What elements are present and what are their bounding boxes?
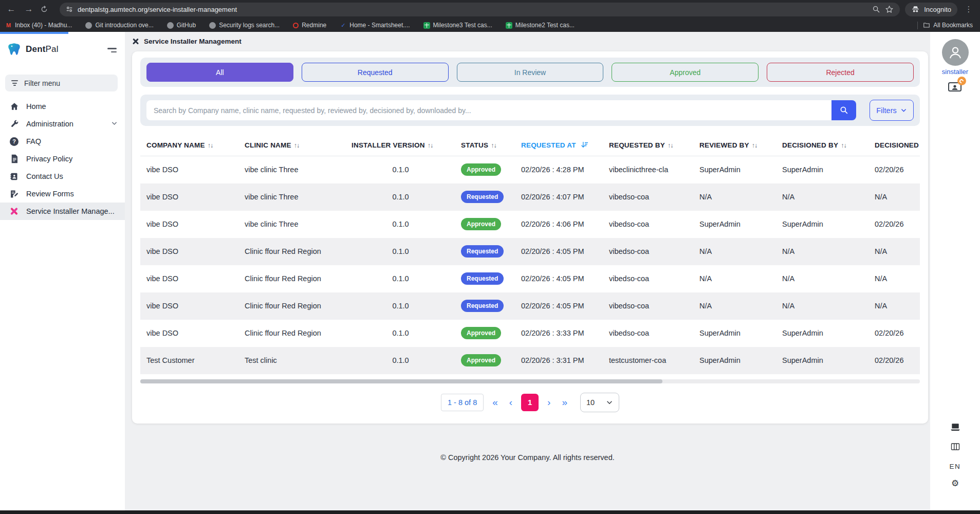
column-company-name[interactable]: COMPANY NAME↑↓: [140, 134, 238, 156]
incognito-icon: [911, 5, 920, 14]
column-requested-at[interactable]: REQUESTED AT: [515, 134, 603, 156]
search-button[interactable]: [831, 100, 856, 120]
forward-icon[interactable]: →: [23, 4, 35, 14]
bookmark-item[interactable]: Milestone2 Test cas...: [506, 22, 575, 29]
table-row[interactable]: vibe DSOClinic ffour Red Region0.1.0Appr…: [140, 320, 920, 347]
pagination-range: 1 - 8 of 8: [441, 394, 484, 411]
current-page-button[interactable]: 1: [521, 394, 539, 411]
tab-approved[interactable]: Approved: [612, 63, 759, 82]
cell-reviewed_by: SuperAdmin: [693, 347, 776, 374]
table-row[interactable]: vibe DSOClinic ffour Red Region0.1.0Requ…: [140, 265, 920, 292]
browser-menu-icon[interactable]: ⋮: [963, 5, 975, 14]
cell-decisioned_at: N/A: [868, 183, 920, 211]
column-installer-version[interactable]: INSTALLER VERSION↑↓: [345, 134, 455, 156]
bookmark-item[interactable]: Milestone3 Test cas...: [423, 22, 492, 29]
zoom-icon[interactable]: [872, 5, 880, 13]
bookmark-item[interactable]: Redmine: [293, 22, 326, 29]
bookmarks-bar: MInbox (40) - Madhu... Git introduction …: [0, 19, 980, 32]
bookmark-item[interactable]: ✓Home - Smartsheet....: [340, 22, 410, 29]
tab-rejected[interactable]: Rejected: [767, 63, 914, 82]
sidebar-item-faq[interactable]: ? FAQ: [0, 133, 125, 150]
column-requested-by[interactable]: REQUESTED BY↑↓: [603, 134, 693, 156]
tab-all[interactable]: All: [146, 63, 293, 82]
sidebar-item-privacy-policy[interactable]: Privacy Policy: [0, 150, 125, 168]
table-row[interactable]: vibe DSOClinic ffour Red Region0.1.0Requ…: [140, 292, 920, 320]
main-content: Service Installer Management All Request…: [125, 32, 930, 510]
column-decisioned-by[interactable]: DECISIONED BY↑↓: [776, 134, 868, 156]
cell-decisioned_at: N/A: [868, 292, 920, 320]
sidebar-collapse-icon[interactable]: [106, 46, 117, 52]
address-bar[interactable]: dentpalstg.aumtech.org/service-installer…: [60, 3, 900, 16]
column-clinic-name[interactable]: CLINIC NAME↑↓: [238, 134, 345, 156]
avatar[interactable]: [942, 39, 969, 66]
cell-clinic: Clinic ffour Red Region: [238, 320, 345, 347]
site-settings-icon[interactable]: [66, 6, 73, 13]
page-size-select[interactable]: 10: [580, 393, 619, 412]
columns-icon[interactable]: [951, 443, 960, 453]
search-input[interactable]: [146, 100, 831, 120]
sidebar-item-review-forms[interactable]: Review Forms: [0, 185, 125, 203]
document-icon: [9, 154, 19, 164]
cell-company: vibe DSO: [140, 320, 238, 347]
chevron-down-icon: [111, 120, 118, 128]
gear-icon[interactable]: ⚙: [951, 478, 959, 489]
last-page-button[interactable]: »: [559, 397, 570, 407]
cell-company: vibe DSO: [140, 292, 238, 320]
cell-clinic: Clinic ffour Red Region: [238, 292, 345, 320]
sidebar-item-home[interactable]: Home: [0, 98, 125, 115]
horizontal-scrollbar[interactable]: [140, 379, 920, 383]
tab-requested[interactable]: Requested: [302, 63, 449, 82]
all-bookmarks-button[interactable]: All Bookmarks: [923, 22, 973, 29]
sort-icon[interactable]: ↑↓: [752, 142, 757, 149]
table-row[interactable]: vibe DSOClinic ffour Red Region0.1.0Requ…: [140, 238, 920, 265]
scrollbar-thumb[interactable]: [140, 379, 662, 383]
bookmark-item[interactable]: MInbox (40) - Madhu...: [5, 22, 72, 29]
table-row[interactable]: vibe DSOvibe clinic Three0.1.0Requested0…: [140, 183, 920, 211]
previous-page-button[interactable]: ‹: [507, 397, 515, 407]
installer-table: COMPANY NAME↑↓ CLINIC NAME↑↓ INSTALLER V…: [140, 134, 920, 374]
username[interactable]: sinstaller: [930, 68, 980, 76]
sort-icon[interactable]: ↑↓: [668, 142, 673, 149]
sidebar-item-service-installer-management[interactable]: Service Installer Manage...: [0, 203, 125, 220]
cell-decisioned_by: SuperAdmin: [776, 320, 868, 347]
filters-button[interactable]: Filters: [870, 100, 914, 121]
sidebar-item-administration[interactable]: Administration: [0, 115, 125, 133]
bookmark-item[interactable]: Git introduction ove...: [85, 22, 153, 29]
column-decisioned-at[interactable]: DECISIONED AT↑↓: [868, 134, 920, 156]
table-header-row: COMPANY NAME↑↓ CLINIC NAME↑↓ INSTALLER V…: [140, 134, 920, 156]
sort-icon[interactable]: ↑↓: [208, 142, 213, 149]
column-reviewed-by[interactable]: REVIEWED BY↑↓: [693, 134, 776, 156]
first-page-button[interactable]: «: [490, 397, 501, 407]
column-status[interactable]: STATUS↑↓: [455, 134, 515, 156]
sidebar: DentPal Filter menu Home Administration …: [0, 32, 125, 510]
language-selector[interactable]: EN: [950, 463, 961, 470]
sort-icon[interactable]: ↑↓: [294, 142, 300, 149]
cell-version: 0.1.0: [345, 156, 455, 183]
bookmark-item[interactable]: Security logs search...: [209, 22, 280, 29]
monitor-icon[interactable]: [950, 423, 960, 433]
table-row[interactable]: Test CustomerTest clinic0.1.0Approved02/…: [140, 347, 920, 374]
cell-requested_by: vibedso-coa: [603, 265, 693, 292]
bookmark-item[interactable]: GitHub: [167, 22, 196, 29]
reload-icon[interactable]: [40, 5, 52, 13]
cell-requested_at: 02/20/26 : 4:07 PM: [515, 183, 603, 211]
sort-icon[interactable]: ↑↓: [841, 142, 846, 149]
sort-icon[interactable]: ↑↓: [491, 142, 496, 149]
cell-version: 0.1.0: [345, 211, 455, 238]
status-badge: Requested: [461, 300, 504, 312]
table-row[interactable]: vibe DSOvibe clinic Three0.1.0Approved02…: [140, 211, 920, 238]
sidebar-item-contact-us[interactable]: Contact Us: [0, 168, 125, 185]
sort-icon[interactable]: ↑↓: [428, 142, 433, 149]
sort-descending-icon[interactable]: [581, 141, 588, 149]
session-icon[interactable]: [948, 81, 963, 95]
sheet-icon: [423, 22, 430, 29]
back-icon[interactable]: ←: [5, 4, 17, 14]
cell-requested_at: 02/20/26 : 4:05 PM: [515, 238, 603, 265]
wrench-icon: [9, 119, 19, 129]
bookmark-star-icon[interactable]: [885, 5, 894, 14]
tab-in-review[interactable]: In Review: [457, 63, 604, 82]
table-row[interactable]: vibe DSOvibe clinic Three0.1.0Approved02…: [140, 156, 920, 183]
filter-menu-button[interactable]: Filter menu: [5, 75, 118, 91]
next-page-button[interactable]: ›: [545, 397, 553, 407]
page-title-icon: [132, 38, 139, 45]
